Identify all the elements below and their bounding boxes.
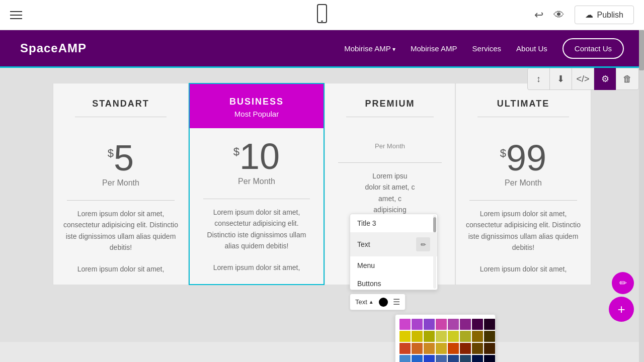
business-price-area: $10 Per Month <box>190 128 324 199</box>
palette-swatch-10[interactable] <box>424 331 435 342</box>
palette-swatch-16[interactable] <box>399 343 411 354</box>
palette-swatch-2[interactable] <box>424 319 435 330</box>
pricing-card-business: BUSINESS Most Popular $10 Per Month Lore… <box>189 83 325 285</box>
business-title: BUSINESS <box>200 97 313 107</box>
dropdown-label-text: Text <box>357 240 370 248</box>
fab-pencil-button[interactable]: ✏ <box>612 272 634 294</box>
palette-swatch-0[interactable] <box>399 319 411 330</box>
settings-icon[interactable]: ⚙ <box>594 68 616 90</box>
publish-button[interactable]: ☁ Publish <box>575 6 634 24</box>
palette-swatch-30[interactable] <box>472 355 483 362</box>
nav-mobirise-amp-1[interactable]: Mobirise AMP <box>344 44 395 53</box>
palette-swatch-1[interactable] <box>412 319 423 330</box>
standart-title: STANDART <box>63 99 178 109</box>
ultimate-per-month: Per Month <box>466 178 581 188</box>
palette-swatch-22[interactable] <box>472 343 483 354</box>
palette-swatch-4[interactable] <box>448 319 459 330</box>
business-price: 10 <box>239 138 280 174</box>
menu-icon[interactable] <box>10 11 22 19</box>
palette-swatch-31[interactable] <box>484 355 495 362</box>
palette-swatch-23[interactable] <box>484 343 495 354</box>
text-type-label: Text <box>355 298 367 306</box>
standart-body2: Lorem ipsum dolor sit amet, <box>53 263 188 285</box>
align-icon[interactable]: ☰ <box>393 297 400 307</box>
palette-swatch-21[interactable] <box>460 343 471 354</box>
palette-swatch-26[interactable] <box>424 355 435 362</box>
right-scrollbar[interactable] <box>639 30 644 362</box>
dropdown-item-menu[interactable]: Menu <box>350 256 437 275</box>
ultimate-body: Lorem ipsum dolor sit amet, consectetur … <box>456 208 591 263</box>
palette-swatch-27[interactable] <box>436 355 447 362</box>
ultimate-body2: Lorem ipsum dolor sit amet, <box>456 263 591 285</box>
palette-swatch-20[interactable] <box>448 343 459 354</box>
phone-icon[interactable] <box>314 4 330 26</box>
palette-swatch-29[interactable] <box>460 355 471 362</box>
scrollbar-thumb <box>433 217 436 232</box>
palette-swatch-19[interactable] <box>436 343 447 354</box>
palette-swatch-7[interactable] <box>484 319 495 330</box>
navbar: SpaceAMP Mobirise AMP Mobirise AMP Servi… <box>0 30 644 68</box>
palette-swatch-3[interactable] <box>436 319 447 330</box>
palette-swatch-24[interactable] <box>399 355 411 362</box>
business-subtitle: Most Popular <box>200 110 313 118</box>
undo-icon[interactable]: ↩ <box>534 9 543 22</box>
right-scrollbar-thumb <box>639 30 644 70</box>
ultimate-price-area: $99 Per Month <box>456 135 591 200</box>
palette-swatch-9[interactable] <box>412 331 423 342</box>
palette-swatch-8[interactable] <box>399 331 411 342</box>
preview-icon[interactable]: 👁 <box>553 9 565 22</box>
premium-title: PREMIUM <box>335 99 445 109</box>
pricing-grid: STANDART $5 Per Month Lorem ipsum dolor … <box>15 83 629 285</box>
main-content: STANDART $5 Per Month Lorem ipsum dolor … <box>0 68 644 342</box>
download-icon[interactable]: ⬇ <box>550 68 572 90</box>
premium-price-area: Per Month <box>325 135 455 162</box>
scrollbar-track <box>433 215 436 289</box>
palette-swatch-17[interactable] <box>412 343 423 354</box>
dropdown-label-menu: Menu <box>357 261 375 269</box>
edit-pencil-icon[interactable]: ✏ <box>416 237 430 251</box>
contact-button[interactable]: Contact Us <box>562 38 624 59</box>
nav-services[interactable]: Services <box>472 44 502 53</box>
text-bottom-bar: Text ▲ ☰ <box>350 294 406 310</box>
standart-price: 5 <box>114 140 134 176</box>
palette-swatch-12[interactable] <box>448 331 459 342</box>
premium-per-month: Per Month <box>335 142 445 150</box>
palette-swatch-25[interactable] <box>412 355 423 362</box>
top-toolbar: ↩ 👁 ☁ Publish <box>0 0 644 30</box>
palette-swatch-13[interactable] <box>460 331 471 342</box>
toolbar-right: ↩ 👁 ☁ Publish <box>534 6 634 24</box>
palette-swatch-14[interactable] <box>472 331 483 342</box>
palette-swatch-6[interactable] <box>472 319 483 330</box>
color-swatch[interactable] <box>379 298 388 307</box>
pricing-card-standart: STANDART $5 Per Month Lorem ipsum dolor … <box>53 83 189 285</box>
edit-toolbar: ↕ ⬇ </> ⚙ 🗑 <box>527 68 639 90</box>
dropdown-item-title3[interactable]: Title 3 <box>350 214 437 232</box>
palette-swatch-11[interactable] <box>436 331 447 342</box>
palette-swatch-5[interactable] <box>460 319 471 330</box>
dropdown-item-text[interactable]: Text ✏ <box>350 232 437 256</box>
code-icon[interactable]: </> <box>572 68 594 90</box>
standart-per-month: Per Month <box>63 178 178 188</box>
cloud-upload-icon: ☁ <box>585 10 593 20</box>
palette-grid <box>399 319 491 362</box>
text-type-button[interactable]: Text ▲ <box>355 298 374 306</box>
reorder-icon[interactable]: ↕ <box>528 68 550 90</box>
business-dollar: $ <box>233 145 239 158</box>
color-palette: More > <box>395 314 496 362</box>
palette-swatch-28[interactable] <box>448 355 459 362</box>
business-per-month: Per Month <box>200 177 313 186</box>
navbar-nav: Mobirise AMP Mobirise AMP Services About… <box>344 38 624 59</box>
dropdown-item-buttons[interactable]: Buttons <box>350 275 437 290</box>
business-body2: Lorem ipsum dolor sit amet, <box>190 262 324 283</box>
dropdown-popup: Title 3 Text ✏ Menu Buttons Card Numbers <box>350 214 438 290</box>
business-body: Lorem ipsum dolor sit amet, consectetur … <box>190 207 324 262</box>
delete-icon[interactable]: 🗑 <box>616 68 638 90</box>
toolbar-center <box>314 4 330 26</box>
nav-mobirise-amp-2[interactable]: Mobirise AMP <box>411 44 457 53</box>
dropdown-scroll[interactable]: Title 3 Text ✏ Menu Buttons Card Numbers <box>350 214 437 290</box>
fab-plus-button[interactable]: + <box>609 297 634 322</box>
nav-about-us[interactable]: About Us <box>516 44 547 53</box>
palette-swatch-15[interactable] <box>484 331 495 342</box>
palette-swatch-18[interactable] <box>424 343 435 354</box>
ultimate-title: ULTIMATE <box>466 99 581 109</box>
